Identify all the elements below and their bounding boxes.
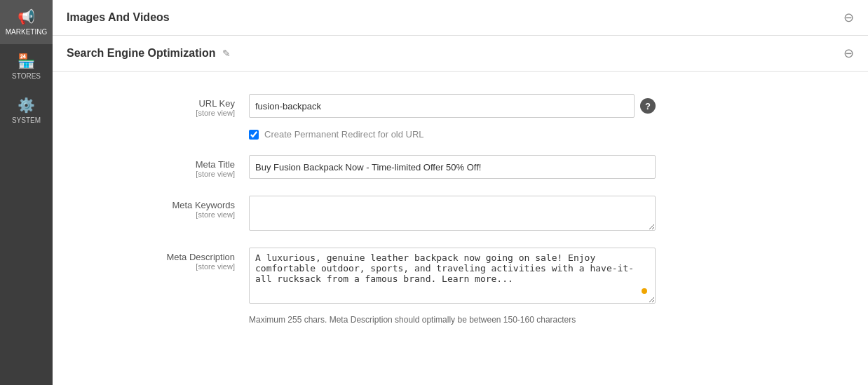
seo-collapse-icon[interactable]: ⊖ xyxy=(843,46,854,61)
stores-icon: 🏪 xyxy=(18,53,35,69)
redirect-label: Create Permanent Redirect for old URL xyxy=(264,129,424,140)
images-videos-section-header[interactable]: Images And Videos ⊖ xyxy=(53,0,868,36)
images-videos-collapse-icon[interactable]: ⊖ xyxy=(843,10,854,25)
meta-title-row: Meta Title [store view] xyxy=(53,147,868,187)
seo-edit-icon[interactable]: ✎ xyxy=(222,48,231,59)
seo-form: URL Key [store view] ? Create Permanent … xyxy=(53,72,868,347)
meta-description-control-wrap: A luxurious, genuine leather backpack no… xyxy=(249,248,656,325)
seo-title-row: Search Engine Optimization ✎ xyxy=(67,47,231,60)
url-key-label: URL Key [store view] xyxy=(53,94,249,117)
url-key-control-wrap: ? xyxy=(249,94,656,118)
meta-title-label: Meta Title [store view] xyxy=(53,155,249,178)
url-key-store-view: [store view] xyxy=(53,109,235,117)
sidebar: 📢 MARKETING 🏪 STORES ⚙️ SYSTEM xyxy=(0,0,53,385)
meta-description-row: Meta Description [store view] A luxuriou… xyxy=(53,239,868,333)
meta-description-label: Meta Description [store view] xyxy=(53,248,249,271)
meta-title-input[interactable] xyxy=(249,155,656,179)
seo-section-header: Search Engine Optimization ✎ ⊖ xyxy=(53,36,868,72)
meta-keywords-control-wrap xyxy=(249,196,656,231)
meta-keywords-input[interactable] xyxy=(249,196,656,231)
meta-keywords-label: Meta Keywords [store view] xyxy=(53,196,249,219)
marketing-icon: 📢 xyxy=(18,8,35,25)
url-key-help-icon[interactable]: ? xyxy=(640,98,656,114)
main-content: Images And Videos ⊖ Search Engine Optimi… xyxy=(53,0,868,385)
images-videos-title: Images And Videos xyxy=(67,11,170,24)
seo-title: Search Engine Optimization xyxy=(67,47,215,60)
system-icon: ⚙️ xyxy=(18,97,35,114)
meta-desc-status-dot xyxy=(642,288,647,294)
meta-title-store-view: [store view] xyxy=(53,170,235,178)
meta-keywords-store-view: [store view] xyxy=(53,210,235,219)
meta-description-input[interactable]: A luxurious, genuine leather backpack no… xyxy=(249,248,656,304)
sidebar-item-label: MARKETING xyxy=(6,28,47,36)
url-key-input[interactable] xyxy=(249,94,635,118)
meta-description-hint: Maximum 255 chars. Meta Description shou… xyxy=(249,312,576,325)
redirect-checkbox[interactable] xyxy=(249,130,259,140)
meta-description-store-view: [store view] xyxy=(53,262,235,271)
meta-title-control-wrap xyxy=(249,155,656,179)
meta-desc-wrap: A luxurious, genuine leather backpack no… xyxy=(249,248,656,306)
url-key-row: URL Key [store view] ? xyxy=(53,86,868,126)
sidebar-item-system[interactable]: ⚙️ SYSTEM xyxy=(0,88,53,133)
sidebar-item-stores[interactable]: 🏪 STORES xyxy=(0,44,53,88)
sidebar-item-marketing[interactable]: 📢 MARKETING xyxy=(0,0,53,44)
meta-keywords-row: Meta Keywords [store view] xyxy=(53,187,868,239)
sidebar-item-label: SYSTEM xyxy=(12,116,41,124)
redirect-row: Create Permanent Redirect for old URL xyxy=(53,126,868,147)
sidebar-item-label: STORES xyxy=(12,72,41,80)
